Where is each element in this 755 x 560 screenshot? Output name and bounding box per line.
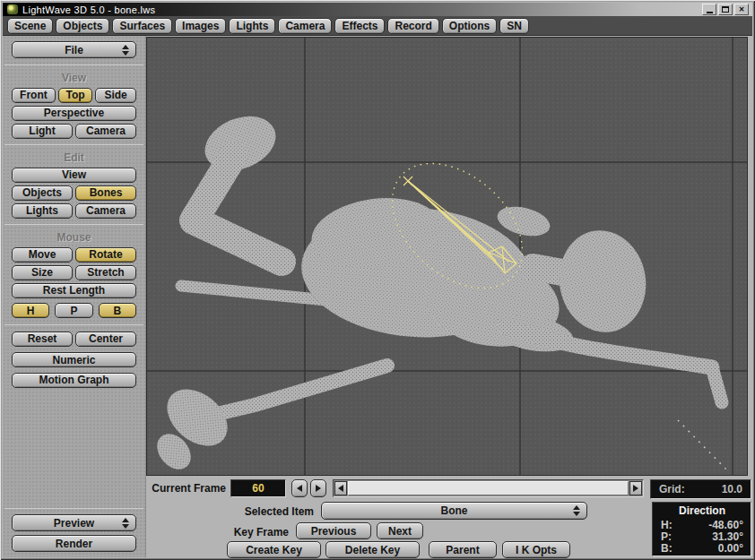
size-button[interactable]: Size xyxy=(12,265,73,280)
minimize-icon xyxy=(707,12,713,13)
next-key-button[interactable]: Next xyxy=(377,522,423,539)
center-button[interactable]: Center xyxy=(75,332,136,347)
window-title: LightWave 3D 5.0 - bone.lws xyxy=(22,4,702,15)
selected-item-label: Selected Item xyxy=(229,503,314,521)
popup-arrows-icon xyxy=(122,45,129,56)
motion-graph-button[interactable]: Motion Graph xyxy=(12,373,136,388)
current-frame-label: Current Frame xyxy=(143,479,226,497)
parent-button[interactable]: Parent xyxy=(429,541,497,558)
arrow-left-icon xyxy=(338,485,343,492)
move-button[interactable]: Move xyxy=(12,247,73,263)
current-frame-input[interactable]: 60 xyxy=(230,479,286,497)
render-button[interactable]: Render xyxy=(12,535,136,552)
menu-scene[interactable]: Scene xyxy=(7,18,53,34)
frame-step-back-button[interactable] xyxy=(291,479,308,497)
menu-sn[interactable]: SN xyxy=(499,18,529,34)
popup-arrows-icon xyxy=(573,505,580,516)
close-button[interactable]: ✕ xyxy=(734,4,749,15)
divider xyxy=(4,144,143,145)
app-icon xyxy=(7,4,18,14)
side-view-button[interactable]: Side xyxy=(95,88,136,103)
selected-item-dropdown[interactable]: Bone xyxy=(321,502,587,520)
file-dropdown-label: File xyxy=(13,45,135,56)
divider xyxy=(4,65,143,65)
edit-objects-button[interactable]: Objects xyxy=(12,185,73,201)
preview-dropdown[interactable]: Preview xyxy=(12,514,136,531)
edit-camera-button[interactable]: Camera xyxy=(75,203,136,219)
minimize-button[interactable] xyxy=(702,4,716,15)
frame-slider[interactable] xyxy=(333,479,644,497)
stretch-button[interactable]: Stretch xyxy=(75,265,136,280)
menu-camera[interactable]: Camera xyxy=(278,18,332,34)
selected-item-value: Bone xyxy=(322,505,586,516)
edit-view-button[interactable]: View xyxy=(12,168,136,183)
file-dropdown[interactable]: File xyxy=(12,41,136,58)
slider-thumb[interactable] xyxy=(348,481,629,495)
preview-dropdown-label: Preview xyxy=(13,518,135,529)
edit-bones-button[interactable]: Bones xyxy=(75,185,136,201)
grid-label: Grid: xyxy=(659,483,685,495)
heading-button[interactable]: H xyxy=(12,303,49,318)
rotate-button[interactable]: Rotate xyxy=(75,247,136,263)
top-view-button[interactable]: Top xyxy=(58,88,92,103)
menu-effects[interactable]: Effects xyxy=(334,18,385,34)
slider-left-arrow[interactable] xyxy=(334,481,347,495)
key-frame-label: Key Frame xyxy=(206,523,289,541)
perspective-view-button[interactable]: Perspective xyxy=(12,106,136,121)
sidebar: File View Front Top Side Perspective Lig… xyxy=(3,36,146,557)
edit-lights-button[interactable]: Lights xyxy=(12,203,73,219)
pitch-button[interactable]: P xyxy=(55,303,92,318)
divider xyxy=(4,324,143,325)
menu-options[interactable]: Options xyxy=(442,18,497,34)
menu-surfaces[interactable]: Surfaces xyxy=(112,18,172,34)
maximize-button[interactable] xyxy=(718,4,733,15)
menu-lights[interactable]: Lights xyxy=(229,18,275,34)
menu-bar: Scene Objects Surfaces Images Lights Cam… xyxy=(3,16,752,36)
grid-value: 10.0 xyxy=(722,483,742,495)
viewport-canvas xyxy=(147,38,747,475)
camera-view-button[interactable]: Camera xyxy=(75,124,136,139)
bank-label: B: xyxy=(661,543,673,555)
arrow-right-icon xyxy=(633,485,638,492)
divider xyxy=(4,508,143,509)
rest-length-button[interactable]: Rest Length xyxy=(12,283,136,298)
popup-arrows-icon xyxy=(122,518,129,529)
ik-options-button[interactable]: I K Opts xyxy=(502,541,570,558)
slider-right-arrow[interactable] xyxy=(629,481,642,495)
menu-record[interactable]: Record xyxy=(387,18,438,34)
front-view-button[interactable]: Front xyxy=(12,88,56,103)
light-view-button[interactable]: Light xyxy=(12,124,73,139)
viewport[interactable] xyxy=(146,37,748,476)
mouse-section-title: Mouse xyxy=(3,231,145,244)
menu-images[interactable]: Images xyxy=(175,18,226,34)
grid-indicator: Grid: 10.0 xyxy=(650,479,751,499)
edit-section-title: Edit xyxy=(3,151,145,164)
title-bar[interactable]: LightWave 3D 5.0 - bone.lws ✕ xyxy=(3,3,752,16)
menu-objects[interactable]: Objects xyxy=(56,18,109,34)
create-key-button[interactable]: Create Key xyxy=(227,541,321,558)
lightwave-window: LightWave 3D 5.0 - bone.lws ✕ Scene Obje… xyxy=(0,0,755,560)
view-section-title: View xyxy=(3,72,145,84)
motion-path-dots xyxy=(678,420,730,473)
numeric-button[interactable]: Numeric xyxy=(12,352,136,367)
previous-key-button[interactable]: Previous xyxy=(296,522,371,539)
bank-button[interactable]: B xyxy=(99,303,136,318)
divider xyxy=(4,224,143,225)
maximize-icon xyxy=(722,6,729,13)
bank-value: 0.00° xyxy=(718,543,743,555)
arrow-left-icon xyxy=(297,485,302,492)
reset-button[interactable]: Reset xyxy=(12,332,73,347)
delete-key-button[interactable]: Delete Key xyxy=(325,541,420,558)
direction-panel: Direction H: -48.60° P: 31.30° B: 0.00° xyxy=(652,502,751,556)
frame-step-forward-button[interactable] xyxy=(310,479,326,497)
direction-title: Direction xyxy=(661,504,743,517)
arrow-right-icon xyxy=(316,485,321,492)
